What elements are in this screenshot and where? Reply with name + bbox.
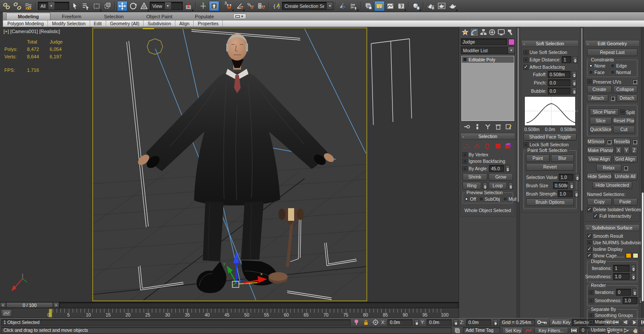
selection-value-field[interactable]: 1.0 bbox=[559, 174, 574, 181]
quickslice-button[interactable]: QuickSlice bbox=[590, 126, 612, 133]
render-setup-icon[interactable] bbox=[426, 1, 436, 11]
slice-plane-button[interactable]: Slice Plane bbox=[590, 108, 619, 116]
cut-button[interactable]: Cut bbox=[613, 126, 635, 133]
display-tab-icon[interactable] bbox=[497, 28, 506, 37]
planar-x-button[interactable]: X bbox=[615, 147, 622, 154]
display-iterations-field[interactable]: 1 bbox=[613, 265, 630, 272]
set-key-button[interactable]: Set Key bbox=[502, 327, 523, 334]
unlink-icon[interactable] bbox=[12, 1, 23, 11]
preview-off-radio[interactable] bbox=[464, 197, 469, 201]
use-nurms-checkbox[interactable] bbox=[587, 240, 592, 245]
angle-snap-icon[interactable] bbox=[235, 1, 245, 11]
paint-button[interactable]: Paint bbox=[526, 155, 550, 162]
object-name-field[interactable]: Judge bbox=[461, 38, 507, 45]
angle-spinner[interactable] bbox=[505, 165, 510, 172]
tab-object-paint[interactable]: Object Paint bbox=[135, 13, 184, 20]
selection-rollout-header[interactable]: -Selection bbox=[461, 133, 515, 140]
ribbon-display-dropdown[interactable]: ▼ bbox=[233, 13, 246, 19]
subtab-subdivision[interactable]: Subdivision bbox=[144, 20, 175, 27]
add-time-tag-field[interactable]: Add Time Tag bbox=[463, 327, 500, 334]
snaps-toggle-icon[interactable]: 3 bbox=[224, 1, 234, 11]
paste-button[interactable]: Paste bbox=[613, 198, 638, 206]
ignore-backfacing-checkbox[interactable] bbox=[463, 159, 467, 164]
select-by-name-icon[interactable] bbox=[80, 1, 91, 11]
subdivision-surface-rollout-header[interactable]: -Subdivision Surface bbox=[585, 225, 639, 231]
lock-soft-selection-checkbox[interactable] bbox=[523, 142, 528, 147]
tessellate-button[interactable]: Tessellate bbox=[613, 138, 631, 145]
edit-geometry-rollout-header[interactable]: -Edit Geometry bbox=[585, 40, 639, 47]
view-align-button[interactable]: View Align bbox=[587, 155, 612, 163]
grow-button[interactable]: Grow bbox=[489, 173, 513, 181]
utilities-tab-icon[interactable] bbox=[506, 28, 515, 37]
ring-spinner[interactable] bbox=[483, 182, 487, 189]
collapse-button[interactable]: Collapse bbox=[613, 86, 638, 93]
render-iterations-checkbox[interactable] bbox=[589, 290, 594, 295]
tessellate-settings-icon[interactable] bbox=[632, 139, 637, 145]
ring-button[interactable]: Ring bbox=[463, 182, 481, 189]
reset-plane-button[interactable]: Reset Plane bbox=[613, 117, 635, 125]
named-selection-sets-dropdown[interactable]: Create Selection Se▼ bbox=[282, 2, 333, 10]
planar-z-button[interactable]: Z bbox=[631, 147, 637, 154]
preserve-uvs-settings-icon[interactable] bbox=[632, 79, 637, 84]
motion-tab-icon[interactable] bbox=[488, 28, 496, 37]
isolate-selection-icon[interactable] bbox=[352, 319, 360, 326]
scene-explorer-icon[interactable] bbox=[374, 1, 385, 11]
panel-scrollbar-2[interactable] bbox=[580, 27, 584, 318]
remove-modifier-icon[interactable] bbox=[495, 123, 502, 130]
affect-backfacing-checkbox[interactable] bbox=[523, 65, 528, 70]
hide-unselected-button[interactable]: Hide Unselected bbox=[592, 182, 632, 189]
preview-multi-radio[interactable] bbox=[503, 197, 507, 201]
materials-checkbox[interactable] bbox=[589, 320, 594, 324]
subtab-align[interactable]: Align bbox=[175, 20, 194, 27]
bubble-spinner[interactable] bbox=[572, 88, 577, 94]
subtab-geometry-all[interactable]: Geometry (All) bbox=[106, 20, 144, 27]
render-iterations-spinner[interactable] bbox=[632, 289, 637, 296]
relax-button[interactable]: Relax bbox=[596, 164, 621, 172]
mini-curve-editor-button[interactable] bbox=[1, 309, 12, 317]
border-subobject-icon[interactable] bbox=[484, 143, 491, 149]
detach-button[interactable]: Detach bbox=[617, 94, 638, 102]
use-pivot-point-icon[interactable] bbox=[183, 1, 194, 11]
tab-freeform[interactable]: Freeform bbox=[50, 13, 93, 20]
brush-strength-spinner[interactable] bbox=[574, 190, 579, 197]
subtab-polygon-modeling[interactable]: Polygon Modeling bbox=[3, 20, 48, 27]
hierarchy-tab-icon[interactable] bbox=[479, 28, 488, 37]
split-checkbox[interactable] bbox=[620, 110, 625, 115]
preserve-uvs-checkbox[interactable] bbox=[587, 79, 592, 84]
smoothing-groups-checkbox[interactable] bbox=[589, 313, 594, 318]
rectangular-selection-region-icon[interactable] bbox=[91, 1, 102, 11]
create-button[interactable]: Create bbox=[587, 86, 612, 93]
tab-populate[interactable]: Populate bbox=[184, 13, 225, 20]
bubble-field[interactable]: 0.0 bbox=[548, 88, 570, 94]
time-slider-track[interactable] bbox=[59, 302, 459, 308]
pinch-spinner[interactable] bbox=[572, 79, 577, 86]
repeat-last-button[interactable]: Repeat Last bbox=[587, 49, 637, 56]
mirror-icon[interactable] bbox=[338, 1, 348, 11]
falloff-field[interactable]: 0.508m bbox=[548, 71, 570, 78]
percent-snap-icon[interactable]: % bbox=[245, 1, 256, 11]
cage-color-swatch-2[interactable] bbox=[633, 253, 638, 258]
shaded-face-toggle-button[interactable]: Shaded Face Toggle bbox=[523, 133, 577, 141]
select-and-scale-icon[interactable] bbox=[139, 1, 149, 11]
auto-key-button[interactable]: Auto Key bbox=[549, 319, 570, 326]
curve-editor-icon[interactable] bbox=[385, 1, 396, 11]
key-filters-button[interactable]: Key Filters... bbox=[534, 327, 568, 334]
create-tab-icon[interactable] bbox=[461, 28, 470, 37]
show-cage-checkbox[interactable] bbox=[587, 253, 592, 258]
constraint-face-radio[interactable] bbox=[589, 70, 593, 74]
copy-button[interactable]: Copy bbox=[587, 198, 612, 206]
shrink-button[interactable]: Shrink bbox=[463, 173, 487, 181]
use-soft-selection-checkbox[interactable] bbox=[523, 50, 528, 55]
panel-scrollbar-3[interactable] bbox=[641, 27, 644, 318]
preview-subobj-radio[interactable] bbox=[479, 197, 483, 201]
track-bar[interactable]: 0510152025303540455055606570758085909510… bbox=[0, 308, 459, 318]
constraint-none-radio[interactable] bbox=[589, 64, 593, 68]
attach-button[interactable]: Attach bbox=[587, 94, 608, 102]
subtab-properties[interactable]: Properties bbox=[194, 20, 223, 27]
attach-settings-icon[interactable] bbox=[610, 95, 615, 101]
edge-distance-checkbox[interactable] bbox=[523, 57, 528, 62]
soft-selection-rollout-header[interactable]: -Soft Selection bbox=[522, 40, 578, 47]
object-color-swatch[interactable] bbox=[508, 39, 515, 45]
modify-tab-icon[interactable] bbox=[470, 28, 479, 37]
constraint-normal-radio[interactable] bbox=[610, 70, 615, 74]
